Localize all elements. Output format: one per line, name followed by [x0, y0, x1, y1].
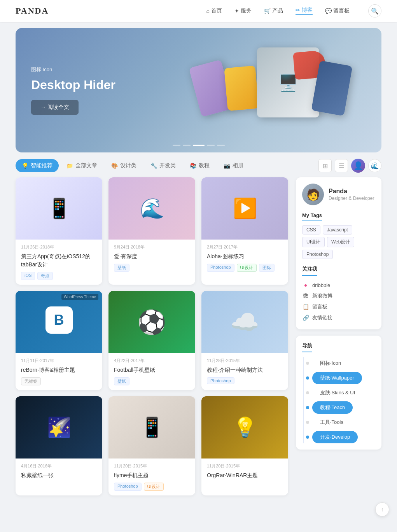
- card-body-3: 11月11日·2017年 reBorn·博客&相册主题 无标签: [16, 353, 102, 390]
- profile-row: 🧑 Panda Designer & Developer: [302, 184, 375, 205]
- follow-weibo[interactable]: 微 新浪微博: [302, 290, 375, 301]
- card-title-5: 教程·介绍一种绘制方法: [207, 366, 283, 374]
- tag-wallpaper[interactable]: 壁纸: [114, 264, 129, 272]
- tab-album-icon: 📷: [224, 163, 230, 169]
- tab-design[interactable]: 🎨 设计类: [105, 159, 143, 172]
- hero-read-more-button[interactable]: → 阅读全文: [31, 100, 79, 115]
- tag-notag[interactable]: 无标签: [21, 377, 41, 385]
- tab-smart[interactable]: 💡 智能推荐: [16, 159, 59, 172]
- follow-board-label: 留言板: [312, 303, 327, 310]
- article-card-7[interactable]: 📱 11月20日·2015年 flyme手机主题 Photoshop UI设计: [108, 396, 195, 495]
- card-title-1: 爱·有深度: [114, 252, 190, 261]
- profile-card: 🧑 Panda Designer & Developer My Tags CSS…: [296, 177, 381, 329]
- card-title-8: OrgRar·WinRAR主题: [207, 471, 283, 480]
- tag-wallpaper2[interactable]: 壁纸: [114, 377, 129, 385]
- card-body-7: 11月20日·2015年 flyme手机主题 Photoshop UI设计: [108, 458, 195, 495]
- dot-5[interactable]: [217, 145, 225, 146]
- list-view-button[interactable]: ☰: [335, 159, 348, 172]
- user-avatar-button[interactable]: 👤: [351, 159, 365, 173]
- article-card-2[interactable]: ▶️ 2月27日·2017年 Aloha·图标练习 Photoshop UI设计…: [201, 177, 288, 285]
- profile-avatar: 🧑: [302, 184, 324, 205]
- card-date-2: 2月27日·2017年: [207, 244, 283, 250]
- tag-uidesign[interactable]: UI设计: [237, 264, 257, 272]
- card-tags-4: 壁纸: [114, 377, 190, 385]
- card-image-3: WordPress Theme B: [16, 291, 102, 353]
- nav-btn-skins[interactable]: 皮肤·Skins & UI: [312, 387, 363, 399]
- article-card-6[interactable]: 🌠 4月16日·2016年 私藏壁纸一张: [16, 396, 102, 495]
- nav-item-1: 壁纸·Wallpaper: [306, 372, 375, 384]
- settings-button[interactable]: 🌊: [368, 159, 381, 172]
- nav-btn-teach[interactable]: 教程·Teach: [312, 401, 353, 414]
- sidebar-tag-uidesign[interactable]: UI设计: [302, 237, 325, 247]
- search-button[interactable]: 🔍: [368, 4, 381, 18]
- nav-service[interactable]: ✦ 服务: [234, 7, 252, 14]
- nav-btn-wallpaper[interactable]: 壁纸·Wallpaper: [312, 372, 362, 384]
- tag-ps[interactable]: Photoshop: [207, 264, 234, 272]
- card-date-7: 11月20日·2015年: [114, 463, 190, 469]
- follow-dribbble[interactable]: ● dribbble: [302, 280, 375, 290]
- tab-dev[interactable]: 🔧 开发类: [144, 159, 182, 172]
- nav-dot-2: [306, 391, 309, 394]
- tab-all[interactable]: 📁 全部文章: [60, 159, 103, 172]
- hero-banner: 图标·Icon Desktop Hider → 阅读全文 🖥️: [16, 28, 381, 152]
- tag-uidesign2[interactable]: UI设计: [144, 483, 164, 491]
- sidebar-tag-webdesign[interactable]: Web设计: [327, 237, 354, 247]
- nav-btn-tools[interactable]: 工具·Tools: [312, 416, 351, 429]
- nav-items: 图标·Icon 壁纸·Wallpaper 皮肤·Skins & UI 教程·Te…: [302, 357, 375, 443]
- article-card-8[interactable]: 💡 11月20日·2015年 OrgRar·WinRAR主题: [201, 396, 288, 495]
- hero-title: Desktop Hider: [31, 78, 115, 92]
- tag-ps3[interactable]: Photoshop: [114, 483, 142, 491]
- article-card-1[interactable]: 🌊 9月24日·2018年 爱·有深度 壁纸: [108, 177, 195, 285]
- tag-qidian[interactable]: 奇点: [37, 272, 53, 280]
- dot-2[interactable]: [183, 145, 191, 146]
- tab-album[interactable]: 📷 相册: [217, 159, 250, 172]
- card-title-4: Football手机壁纸: [114, 366, 190, 374]
- card-image-2: ▶️: [201, 177, 288, 240]
- card-title-7: flyme手机主题: [114, 471, 190, 480]
- sidebar-tag-js[interactable]: Javascript: [323, 225, 352, 234]
- stack-card-2: [224, 66, 259, 111]
- tag-icon[interactable]: 图标: [259, 264, 275, 272]
- card-body-8: 11月20日·2015年 OrgRar·WinRAR主题: [201, 458, 288, 487]
- nav-product[interactable]: 🛒 产品: [264, 7, 283, 14]
- grid-view-button[interactable]: ⊞: [318, 159, 332, 172]
- follow-friendlink[interactable]: 🔗 友情链接: [302, 312, 375, 323]
- card-tags-0: iOS 奇点: [21, 272, 97, 280]
- tab-tutorial-icon: 📚: [190, 163, 196, 169]
- tags-section-title: My Tags: [302, 212, 322, 221]
- nav-blog[interactable]: ✏ 博客: [296, 7, 313, 15]
- tab-tutorial[interactable]: 📚 教程: [184, 159, 216, 172]
- article-card-3[interactable]: WordPress Theme B 11月11日·2017年 reBorn·博客…: [16, 291, 102, 390]
- nav-btn-develop[interactable]: 开发·Develop: [312, 431, 358, 443]
- article-card-5[interactable]: ☁️ 11月28日·2015年 教程·介绍一种绘制方法 Photoshop: [201, 291, 288, 390]
- tag-ios[interactable]: iOS: [21, 272, 35, 280]
- nav-item-5: 开发·Develop: [306, 431, 375, 443]
- dot-4[interactable]: [207, 145, 215, 146]
- nav-board[interactable]: 💬 留言板: [325, 7, 350, 14]
- nav-btn-icon[interactable]: 图标·Icon: [312, 357, 349, 369]
- card-body-6: 4月16日·2016年 私藏壁纸一张: [16, 458, 102, 487]
- follow-board[interactable]: 📋 留言板: [302, 301, 375, 312]
- site-logo: PANDA: [16, 6, 49, 16]
- tab-dev-label: 开发类: [159, 162, 176, 169]
- card-image-7: 📱: [108, 396, 195, 458]
- card-date-6: 4月16日·2016年: [21, 463, 97, 469]
- article-card-0[interactable]: 📱 11月26日·2018年 第三方App(奇点)在iOS512的tabBar设…: [16, 177, 102, 285]
- sidebar-tag-css[interactable]: CSS: [302, 225, 320, 234]
- card-image-8: 💡: [201, 396, 288, 458]
- stack-card-main: 🖥️: [257, 47, 319, 117]
- sidebar-tag-photoshop[interactable]: Photoshop: [302, 250, 333, 259]
- card-tags-5: Photoshop: [207, 377, 283, 384]
- nav-home[interactable]: ⌂ 首页: [206, 7, 222, 14]
- navigation: PANDA ⌂ 首页 ✦ 服务 🛒 产品 ✏ 博客 💬 留言板 🔍: [0, 0, 397, 22]
- card-tags-3: 无标签: [21, 377, 97, 385]
- tab-all-label: 全部文章: [75, 162, 97, 169]
- dot-1[interactable]: [173, 145, 180, 146]
- card-date-5: 11月28日·2015年: [207, 358, 283, 364]
- dot-3[interactable]: [193, 145, 205, 146]
- tag-ps2[interactable]: Photoshop: [207, 377, 234, 384]
- sidebar: 🧑 Panda Designer & Developer My Tags CSS…: [296, 177, 381, 502]
- nav-dot-1: [306, 376, 309, 380]
- article-card-4[interactable]: ⚽ 4月22日·2017年 Football手机壁纸 壁纸: [108, 291, 195, 390]
- hero-content: 图标·Icon Desktop Hider → 阅读全文: [31, 66, 115, 115]
